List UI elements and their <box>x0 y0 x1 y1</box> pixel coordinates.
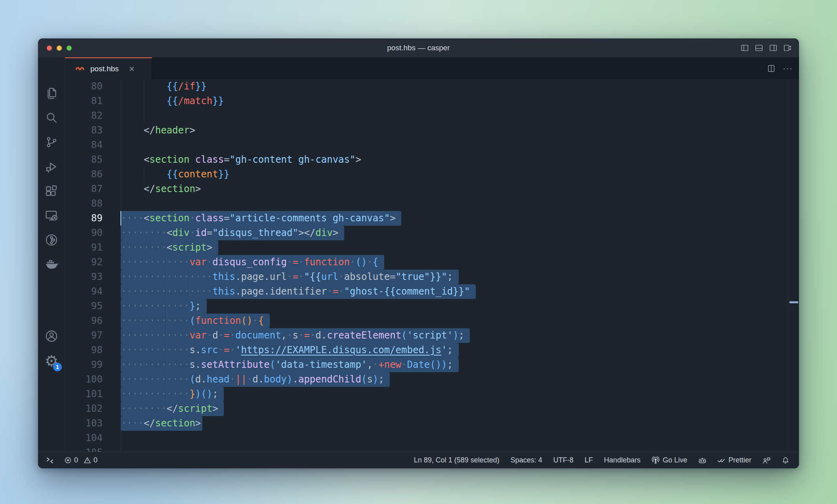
code-line-102[interactable]: 102········</script> <box>65 401 799 416</box>
indent-guide <box>144 167 144 182</box>
line-number: 103 <box>65 416 103 431</box>
activity-gitlens-icon[interactable] <box>42 230 61 249</box>
code-token: . <box>321 330 327 341</box>
indent-guide <box>144 226 144 416</box>
code-token: > <box>207 242 212 253</box>
line-number: 87 <box>65 182 103 196</box>
code-token: · <box>207 257 212 268</box>
code-token: · <box>367 257 372 268</box>
line-number: 104 <box>65 431 103 445</box>
tab-close-icon[interactable]: × <box>129 64 135 74</box>
activity-account-icon[interactable] <box>42 327 61 346</box>
activity-source-control-icon[interactable] <box>42 133 61 152</box>
error-count: 0 <box>74 456 78 464</box>
code-line-88[interactable]: 88 <box>65 196 799 211</box>
status-indentation[interactable]: Spaces: 4 <box>511 456 542 464</box>
code-token: · <box>298 271 304 282</box>
activity-settings-icon[interactable]: ⚙1 <box>42 352 61 371</box>
split-editor-icon[interactable] <box>767 64 776 73</box>
code-token: || <box>235 374 247 385</box>
code-editor[interactable]: 80 {{/if}}81 {{/match}}8283 </header>848… <box>65 79 799 452</box>
code-line-80[interactable]: 80 {{/if}} <box>65 79 799 94</box>
status-copilot[interactable] <box>698 456 706 464</box>
status-cursor-position[interactable]: Ln 89, Col 1 (589 selected) <box>414 456 500 464</box>
remote-indicator[interactable] <box>46 456 54 464</box>
code-token: > <box>333 227 338 238</box>
status-prettier[interactable]: Prettier <box>717 456 751 464</box>
code-token: · <box>298 257 304 268</box>
selection-highlight: ············var·d·=·document,·s·=·d.crea… <box>121 328 470 343</box>
status-go-live[interactable]: Go Live <box>652 456 687 464</box>
broadcast-icon <box>652 456 660 464</box>
code-line-103[interactable]: 103····</section> <box>65 416 799 431</box>
code-line-91[interactable]: 91········<script> <box>65 240 799 255</box>
code-line-99[interactable]: 99············s.setAttribute('data-times… <box>65 358 799 372</box>
status-eol[interactable]: LF <box>585 456 593 464</box>
code-token: </ <box>167 403 178 414</box>
code-line-98[interactable]: 98············s.src·=·'https://EXAMPLE.d… <box>65 343 799 358</box>
code-token: · <box>310 330 315 341</box>
layout-panel-icon[interactable] <box>755 44 763 52</box>
code-line-93[interactable]: 93················this.page.url·=·"{{url… <box>65 270 799 284</box>
code-token: content <box>178 169 218 180</box>
activity-remote-explorer-icon[interactable] <box>42 206 61 225</box>
status-label: UTF-8 <box>553 456 574 464</box>
indent-guide <box>144 79 144 123</box>
code-line-87[interactable]: 87 </section> <box>65 182 799 196</box>
overview-ruler-border <box>789 79 789 452</box>
selection-highlight: ····<section·class="article-comments gh-… <box>121 211 401 226</box>
code-line-101[interactable]: 101············})(); <box>65 387 799 401</box>
activity-docker-icon[interactable] <box>42 255 61 274</box>
code-token: ) <box>287 374 292 385</box>
activity-run-debug-icon[interactable] <box>42 157 61 176</box>
line-number: 80 <box>65 79 103 94</box>
code-line-83[interactable]: 83 </header> <box>65 123 799 138</box>
status-language-mode[interactable]: Handlebars <box>604 456 641 464</box>
code-line-86[interactable]: 86 {{content}} <box>65 167 799 182</box>
problems-indicator[interactable]: 0 0 <box>64 456 97 464</box>
activity-search-icon[interactable] <box>42 108 61 127</box>
status-encoding[interactable]: UTF-8 <box>553 456 574 464</box>
activity-explorer-icon[interactable] <box>42 84 61 103</box>
code-line-97[interactable]: 97············var·d·=·document,·s·=·d.cr… <box>65 328 799 343</box>
code-line-84[interactable]: 84 <box>65 138 799 152</box>
code-line-95[interactable]: 95············}; <box>65 299 799 314</box>
more-actions-icon[interactable]: ··· <box>783 63 793 74</box>
code-token: ) <box>373 374 378 385</box>
code-token: · <box>401 359 407 370</box>
code-token: ( <box>401 330 407 341</box>
status-label: Ln 89, Col 1 (589 selected) <box>414 456 500 464</box>
code-token: /match <box>178 95 213 107</box>
code-token: > <box>189 125 195 136</box>
code-line-85[interactable]: 85 <section class="gh-content gh-canvas"… <box>65 152 799 167</box>
code-line-94[interactable]: 94················this.page.identifier·=… <box>65 284 799 299</box>
code-token: ···· <box>121 213 144 224</box>
activity-extensions-icon[interactable] <box>42 182 61 201</box>
status-feedback[interactable] <box>763 456 770 464</box>
code-token: = <box>293 271 298 282</box>
code-line-90[interactable]: 90········<div·id="disqus_thread"></div> <box>65 226 799 240</box>
code-line-82[interactable]: 82 <box>65 108 799 123</box>
code-token: absolute <box>344 271 390 282</box>
layout-sidebar-right-icon[interactable] <box>769 44 778 52</box>
code-token: ' <box>441 344 447 356</box>
code-line-96[interactable]: 96············(function()·{ <box>65 314 799 328</box>
line-content: {{content}} <box>121 167 230 182</box>
code-line-92[interactable]: 92············var·disqus_config·=·functi… <box>65 255 799 270</box>
layout-customize-icon[interactable] <box>783 44 792 52</box>
code-line-81[interactable]: 81 {{/match}} <box>65 94 799 108</box>
code-token: url <box>321 271 338 282</box>
code-token: . <box>235 286 241 297</box>
code-line-100[interactable]: 100············(d.head·||·d.body).append… <box>65 372 799 387</box>
layout-sidebar-left-icon[interactable] <box>740 44 749 52</box>
code-token: · <box>287 257 292 268</box>
code-line-105[interactable]: 105 <box>65 445 799 452</box>
code-token: section <box>155 418 195 429</box>
status-notifications[interactable] <box>782 456 789 464</box>
code-line-104[interactable]: 104 <box>65 431 799 445</box>
line-content: </header> <box>121 123 195 138</box>
line-number: 85 <box>65 152 103 167</box>
code-line-89[interactable]: 89····<section·class="article-comments g… <box>65 211 799 226</box>
line-content: ············var·disqus_config·=·function… <box>121 255 384 270</box>
tab-post-hbs[interactable]: post.hbs × <box>65 57 152 79</box>
